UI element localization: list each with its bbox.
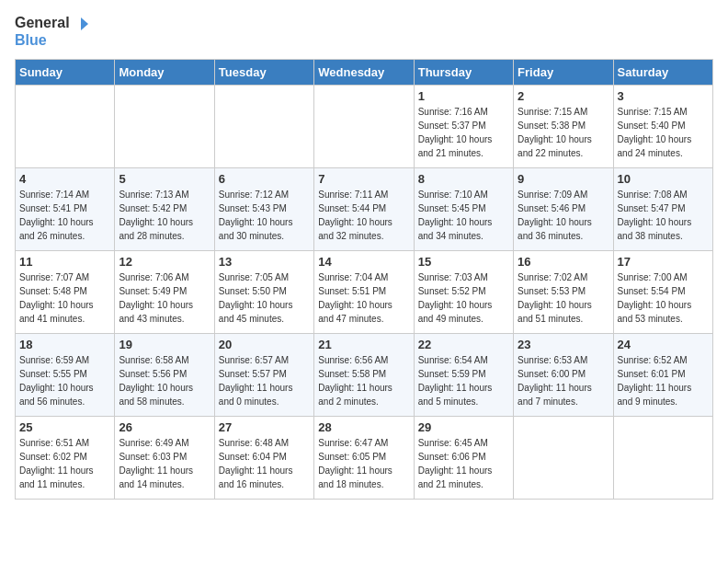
col-header-wednesday: Wednesday: [314, 60, 414, 86]
day-info: Sunrise: 6:48 AM Sunset: 6:04 PM Dayligh…: [219, 436, 310, 491]
calendar-cell: 5Sunrise: 7:13 AM Sunset: 5:42 PM Daylig…: [115, 168, 214, 251]
calendar-cell: [314, 86, 414, 168]
day-info: Sunrise: 6:58 AM Sunset: 5:56 PM Dayligh…: [119, 353, 210, 408]
day-info: Sunrise: 7:00 AM Sunset: 5:54 PM Dayligh…: [618, 270, 709, 326]
day-number: 25: [19, 420, 110, 434]
calendar-cell: [115, 86, 214, 168]
day-info: Sunrise: 6:49 AM Sunset: 6:03 PM Dayligh…: [119, 436, 210, 491]
day-number: 2: [518, 89, 609, 103]
calendar-cell: [214, 86, 313, 168]
logo: General Blue: [15, 15, 88, 48]
calendar-cell: 24Sunrise: 6:52 AM Sunset: 6:01 PM Dayli…: [613, 334, 712, 417]
day-info: Sunrise: 7:10 AM Sunset: 5:45 PM Dayligh…: [418, 188, 509, 243]
col-header-monday: Monday: [115, 60, 214, 86]
day-number: 9: [518, 172, 609, 186]
day-info: Sunrise: 7:13 AM Sunset: 5:42 PM Dayligh…: [119, 188, 210, 243]
calendar-cell: 25Sunrise: 6:51 AM Sunset: 6:02 PM Dayli…: [16, 417, 115, 500]
calendar-cell: 17Sunrise: 7:00 AM Sunset: 5:54 PM Dayli…: [613, 251, 712, 334]
calendar-cell: 26Sunrise: 6:49 AM Sunset: 6:03 PM Dayli…: [115, 417, 214, 500]
calendar-cell: 29Sunrise: 6:45 AM Sunset: 6:06 PM Dayli…: [414, 417, 513, 500]
day-number: 17: [618, 255, 709, 269]
day-number: 12: [119, 255, 210, 269]
day-number: 15: [418, 255, 509, 269]
day-info: Sunrise: 6:57 AM Sunset: 5:57 PM Dayligh…: [219, 353, 310, 408]
calendar-cell: 21Sunrise: 6:56 AM Sunset: 5:58 PM Dayli…: [314, 334, 414, 417]
day-info: Sunrise: 7:11 AM Sunset: 5:44 PM Dayligh…: [318, 188, 409, 243]
calendar-cell: [514, 417, 613, 500]
day-info: Sunrise: 7:16 AM Sunset: 5:37 PM Dayligh…: [418, 105, 509, 160]
day-number: 14: [318, 255, 409, 269]
day-number: 27: [219, 420, 310, 434]
day-info: Sunrise: 6:51 AM Sunset: 6:02 PM Dayligh…: [19, 436, 110, 491]
calendar-cell: 11Sunrise: 7:07 AM Sunset: 5:48 PM Dayli…: [16, 251, 115, 334]
calendar-cell: [613, 417, 712, 500]
day-number: 16: [518, 255, 609, 269]
calendar-cell: 7Sunrise: 7:11 AM Sunset: 5:44 PM Daylig…: [314, 168, 414, 251]
day-number: 18: [19, 338, 110, 351]
day-number: 8: [418, 172, 509, 186]
day-info: Sunrise: 6:59 AM Sunset: 5:55 PM Dayligh…: [19, 353, 110, 408]
calendar-cell: 16Sunrise: 7:02 AM Sunset: 5:53 PM Dayli…: [514, 251, 613, 334]
calendar-cell: 14Sunrise: 7:04 AM Sunset: 5:51 PM Dayli…: [314, 251, 414, 334]
calendar-table: SundayMondayTuesdayWednesdayThursdayFrid…: [15, 59, 713, 500]
day-info: Sunrise: 6:47 AM Sunset: 6:05 PM Dayligh…: [318, 436, 409, 491]
calendar-cell: 4Sunrise: 7:14 AM Sunset: 5:41 PM Daylig…: [16, 168, 115, 251]
day-number: 22: [418, 338, 509, 351]
day-info: Sunrise: 6:52 AM Sunset: 6:01 PM Dayligh…: [618, 353, 709, 408]
day-number: 24: [618, 338, 709, 351]
calendar-week-row: 11Sunrise: 7:07 AM Sunset: 5:48 PM Dayli…: [16, 251, 713, 334]
day-number: 23: [518, 338, 609, 351]
calendar-cell: 2Sunrise: 7:15 AM Sunset: 5:38 PM Daylig…: [514, 86, 613, 168]
day-info: Sunrise: 7:12 AM Sunset: 5:43 PM Dayligh…: [219, 188, 310, 243]
svg-marker-0: [81, 17, 88, 30]
calendar-cell: 13Sunrise: 7:05 AM Sunset: 5:50 PM Dayli…: [214, 251, 313, 334]
day-number: 5: [119, 172, 210, 186]
logo-general: General: [15, 15, 88, 32]
calendar-cell: 15Sunrise: 7:03 AM Sunset: 5:52 PM Dayli…: [414, 251, 513, 334]
day-number: 1: [418, 89, 509, 103]
calendar-week-row: 25Sunrise: 6:51 AM Sunset: 6:02 PM Dayli…: [16, 417, 713, 500]
day-info: Sunrise: 6:53 AM Sunset: 6:00 PM Dayligh…: [518, 353, 609, 408]
logo-blue: Blue: [15, 32, 88, 49]
day-info: Sunrise: 6:54 AM Sunset: 5:59 PM Dayligh…: [418, 353, 509, 408]
col-header-sunday: Sunday: [16, 60, 115, 86]
day-number: 11: [19, 255, 110, 269]
day-info: Sunrise: 7:04 AM Sunset: 5:51 PM Dayligh…: [318, 270, 409, 326]
calendar-cell: 1Sunrise: 7:16 AM Sunset: 5:37 PM Daylig…: [414, 86, 513, 168]
day-info: Sunrise: 7:15 AM Sunset: 5:38 PM Dayligh…: [518, 105, 609, 160]
col-header-thursday: Thursday: [414, 60, 513, 86]
day-number: 20: [219, 338, 310, 351]
page-header: General Blue: [15, 15, 713, 48]
calendar-week-row: 4Sunrise: 7:14 AM Sunset: 5:41 PM Daylig…: [16, 168, 713, 251]
day-info: Sunrise: 7:02 AM Sunset: 5:53 PM Dayligh…: [518, 270, 609, 326]
calendar-cell: 10Sunrise: 7:08 AM Sunset: 5:47 PM Dayli…: [613, 168, 712, 251]
day-number: 21: [318, 338, 409, 351]
calendar-cell: 18Sunrise: 6:59 AM Sunset: 5:55 PM Dayli…: [16, 334, 115, 417]
calendar-week-row: 18Sunrise: 6:59 AM Sunset: 5:55 PM Dayli…: [16, 334, 713, 417]
day-info: Sunrise: 7:07 AM Sunset: 5:48 PM Dayligh…: [19, 270, 110, 326]
day-info: Sunrise: 7:14 AM Sunset: 5:41 PM Dayligh…: [19, 188, 110, 243]
day-info: Sunrise: 6:45 AM Sunset: 6:06 PM Dayligh…: [418, 436, 509, 491]
calendar-cell: 28Sunrise: 6:47 AM Sunset: 6:05 PM Dayli…: [314, 417, 414, 500]
day-number: 28: [318, 420, 409, 434]
calendar-cell: 23Sunrise: 6:53 AM Sunset: 6:00 PM Dayli…: [514, 334, 613, 417]
calendar-cell: 20Sunrise: 6:57 AM Sunset: 5:57 PM Dayli…: [214, 334, 313, 417]
day-info: Sunrise: 7:06 AM Sunset: 5:49 PM Dayligh…: [119, 270, 210, 326]
day-info: Sunrise: 6:56 AM Sunset: 5:58 PM Dayligh…: [318, 353, 409, 408]
col-header-tuesday: Tuesday: [214, 60, 313, 86]
calendar-cell: 6Sunrise: 7:12 AM Sunset: 5:43 PM Daylig…: [214, 168, 313, 251]
calendar-cell: 8Sunrise: 7:10 AM Sunset: 5:45 PM Daylig…: [414, 168, 513, 251]
day-number: 3: [618, 89, 709, 103]
day-number: 7: [318, 172, 409, 186]
calendar-cell: [16, 86, 115, 168]
day-info: Sunrise: 7:03 AM Sunset: 5:52 PM Dayligh…: [418, 270, 509, 326]
calendar-cell: 9Sunrise: 7:09 AM Sunset: 5:46 PM Daylig…: [514, 168, 613, 251]
day-number: 29: [418, 420, 509, 434]
day-info: Sunrise: 7:15 AM Sunset: 5:40 PM Dayligh…: [618, 105, 709, 160]
calendar-header-row: SundayMondayTuesdayWednesdayThursdayFrid…: [16, 60, 713, 86]
col-header-friday: Friday: [514, 60, 613, 86]
col-header-saturday: Saturday: [613, 60, 712, 86]
calendar-cell: 22Sunrise: 6:54 AM Sunset: 5:59 PM Dayli…: [414, 334, 513, 417]
calendar-cell: 12Sunrise: 7:06 AM Sunset: 5:49 PM Dayli…: [115, 251, 214, 334]
day-info: Sunrise: 7:09 AM Sunset: 5:46 PM Dayligh…: [518, 188, 609, 243]
